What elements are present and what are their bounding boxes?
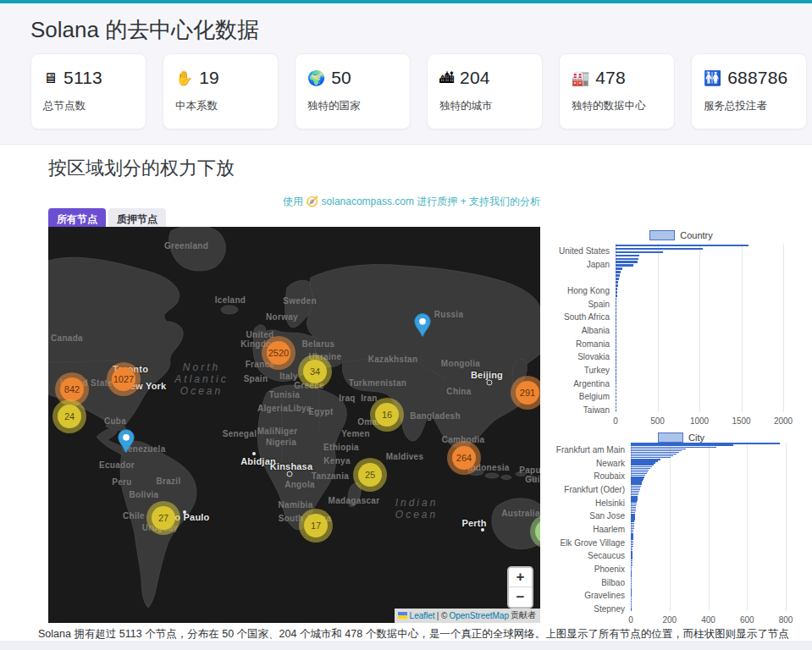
y-axis-label: Taiwan xyxy=(550,405,610,415)
world-map[interactable]: GreenlandIcelandSwedenNorwayCanadaUnited… xyxy=(48,227,540,623)
x-axis-tick: 200 xyxy=(662,615,677,625)
gridline xyxy=(786,443,787,611)
stake-link[interactable]: 使用 🧭 solanacompass.com 进行质押 + 支持我们的分析 xyxy=(48,195,540,209)
node-cluster-34[interactable]: 34 xyxy=(298,355,332,388)
stat-label: 中本系数 xyxy=(175,99,266,113)
continents-layer xyxy=(48,227,540,623)
y-axis-label: Belgium xyxy=(550,392,610,401)
attribution-contributors: 贡献者 xyxy=(511,609,536,621)
bar xyxy=(616,403,616,405)
stat-label: 总节点数 xyxy=(43,99,134,113)
x-axis-tick: 2000 xyxy=(774,416,793,426)
x-axis-tick: 500 xyxy=(650,416,665,426)
stat-card-0: 🖥5113总节点数 xyxy=(30,53,146,129)
stat-value: 478 xyxy=(595,68,626,88)
city-marker xyxy=(287,471,293,477)
y-axis-label: Argentina xyxy=(550,378,610,388)
zoom-in-button[interactable]: + xyxy=(509,568,532,587)
chart-legend-city[interactable]: City xyxy=(550,432,812,443)
openstreetmap-link[interactable]: OpenStreetMap xyxy=(449,611,509,620)
legend-label: Country xyxy=(680,230,713,240)
map-zoom-control: + − xyxy=(507,566,533,609)
leaflet-link[interactable]: Leaflet xyxy=(410,611,435,620)
bar xyxy=(616,251,663,254)
y-axis-label: South Africa xyxy=(550,312,610,322)
bar xyxy=(616,383,616,385)
node-cluster-264[interactable]: 264 xyxy=(447,441,481,475)
x-axis-tick: 1000 xyxy=(690,416,709,426)
bar xyxy=(616,386,616,388)
y-axis-label: Phoenix xyxy=(550,565,625,574)
bar xyxy=(616,305,616,307)
x-axis-tick: 0 xyxy=(628,615,633,625)
gridline xyxy=(709,443,710,611)
bar xyxy=(616,328,616,331)
stat-label: 独特的国家 xyxy=(307,99,398,113)
y-axis-label: Slovakia xyxy=(550,352,610,361)
attribution-separator: | © xyxy=(437,611,448,620)
y-axis-label: Newark xyxy=(550,458,625,467)
map-pin-0[interactable] xyxy=(413,312,432,341)
zoom-out-button[interactable]: − xyxy=(509,587,532,607)
bar xyxy=(616,308,616,311)
city-marker xyxy=(481,528,484,532)
gridline xyxy=(783,244,784,412)
chart-legend-country[interactable]: Country xyxy=(550,230,812,240)
y-axis-label: Haarlem xyxy=(550,525,625,534)
node-cluster-25[interactable]: 25 xyxy=(353,458,387,492)
bar xyxy=(616,245,748,247)
bar xyxy=(616,291,617,294)
y-axis-label: Bilbao xyxy=(550,577,625,587)
node-cluster-291[interactable]: 291 xyxy=(511,376,540,410)
stake-link-suffix: 进行质押 + 支持我们的分析 xyxy=(417,196,540,207)
chart-plot-area xyxy=(616,244,784,412)
y-axis-label: San Jose xyxy=(550,511,625,521)
node-cluster-1027[interactable]: 1027 xyxy=(107,362,141,396)
node-cluster-27[interactable]: 27 xyxy=(146,501,180,535)
stat-value: 688786 xyxy=(727,68,787,88)
y-axis-label: Stepney xyxy=(550,604,625,614)
bar xyxy=(631,609,632,610)
stat-card-5: 🚻688786服务总投注者 xyxy=(691,53,807,129)
bar xyxy=(616,393,616,395)
stake-link-domain[interactable]: solanacompass.com xyxy=(318,196,417,207)
map-pin-1[interactable] xyxy=(117,428,135,457)
node-cluster-24[interactable]: 24 xyxy=(52,399,86,433)
legend-swatch xyxy=(658,432,683,443)
solana-decentralization-page: Solana 的去中心化数据 🖥5113总节点数✋19中本系数🌍50独特的国家🏙… xyxy=(0,0,812,650)
bar xyxy=(616,248,703,251)
stake-link-prefix: 使用 xyxy=(283,196,306,207)
bar xyxy=(616,379,616,382)
city-marker xyxy=(487,380,493,386)
bar xyxy=(616,281,618,284)
gridline xyxy=(699,244,700,412)
gridline xyxy=(747,443,748,611)
bar xyxy=(616,264,633,267)
bar xyxy=(616,278,619,280)
stats-row: 🖥5113总节点数✋19中本系数🌍50独特的国家🏙204独特的城市🏭478独特的… xyxy=(30,53,807,129)
stat-card-3: 🏙204独特的城市 xyxy=(427,53,543,129)
bar xyxy=(616,349,616,351)
bar xyxy=(616,325,616,328)
compass-icon: 🧭 xyxy=(306,196,318,207)
node-cluster-17[interactable]: 17 xyxy=(299,509,333,543)
node-cluster-2520[interactable]: 2520 xyxy=(262,336,296,370)
bar xyxy=(616,332,616,334)
stat-card-4: 🏭478独特的数据中心 xyxy=(559,53,675,129)
y-axis-label: United States xyxy=(550,246,610,256)
bar xyxy=(616,284,618,287)
bar xyxy=(616,311,616,314)
node-cluster-16[interactable]: 16 xyxy=(370,398,404,432)
legend-label: City xyxy=(688,432,704,443)
bar xyxy=(616,288,617,290)
charts-column: Country0500100015002000United StatesJapa… xyxy=(550,227,812,625)
y-axis-label: Secaucus xyxy=(550,551,625,560)
bar xyxy=(616,372,616,375)
bar xyxy=(616,345,616,348)
x-axis-tick: 0 xyxy=(613,416,618,426)
y-axis-label: Japan xyxy=(550,259,610,268)
bar xyxy=(616,342,616,344)
legend-swatch xyxy=(649,230,675,240)
x-axis-tick: 1500 xyxy=(732,416,750,426)
bar xyxy=(616,258,638,261)
